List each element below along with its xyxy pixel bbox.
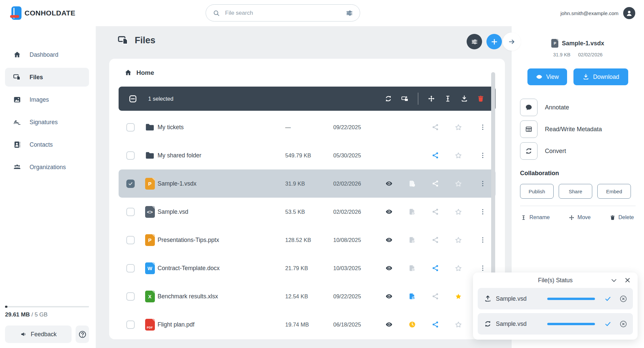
status-panel-header: File(s) Status [473,272,638,288]
share-button[interactable] [424,180,447,187]
toolbar-rename-button[interactable] [442,93,454,105]
file-type-icon: P [145,178,155,190]
toolbar-download-button[interactable] [458,93,470,105]
toolbar-compare-button[interactable] [399,93,411,105]
toolbar-convert-button[interactable] [382,93,394,105]
file-op-label: Move [577,214,591,220]
filter-button[interactable] [467,34,482,49]
details-action-convert[interactable]: Convert [520,142,644,160]
refresh-icon-button[interactable] [520,142,538,160]
sidebar-item-signatures[interactable]: Signatures [5,113,89,132]
doc-status-button[interactable] [400,236,424,244]
eye-icon [385,236,393,244]
view-file-button[interactable] [377,264,400,272]
file-size: 128.52 KB [285,237,333,243]
row-checkbox[interactable] [126,208,135,216]
doc-status-button[interactable] [400,180,424,187]
cancel-task-button[interactable] [619,320,627,328]
embed-button[interactable]: Embed [597,184,631,199]
details-action-read-write-metadata[interactable]: Read/Write Metadata [520,120,644,138]
file-row[interactable]: PDFFlight plan.pdf19.74 MB06/18/2025 [119,310,496,339]
share-button[interactable] [424,236,447,244]
processing-status-button[interactable] [400,321,424,328]
file-name: Flight plan.pdf [158,321,285,328]
sidebar-item-contacts[interactable]: Contacts [5,135,89,154]
brand-logo[interactable]: CONHOLDATE [11,6,76,20]
file-row[interactable]: My shared folder549.79 KB05/30/2025 [119,141,496,169]
sidebar-item-files[interactable]: Files [5,68,89,87]
favorite-button[interactable] [447,321,470,329]
sidebar-item-organizations[interactable]: Organizations [5,158,89,177]
details-file-size: 31.9 KB [553,52,570,57]
view-file-button[interactable] [377,321,400,328]
share-button[interactable] [424,152,447,159]
doc-status-button[interactable] [400,293,424,300]
doc-status-button[interactable] [400,208,424,215]
share-button[interactable] [424,264,447,272]
row-checkbox[interactable] [126,151,135,160]
file-row[interactable]: XBenchmark results.xlsx12.54 KB09/22/202… [119,282,496,310]
share-button[interactable] [424,123,447,131]
file-row[interactable]: <>Sample.vsd53.5 KB02/02/2026 [119,198,496,226]
row-checkbox[interactable] [126,123,135,132]
favorite-button[interactable] [447,123,470,131]
view-file-button[interactable] [377,180,400,187]
publish-button[interactable]: Publish [520,184,554,199]
search-filter-icon[interactable] [346,9,353,17]
eye-icon [385,321,393,328]
favorite-button[interactable] [447,236,470,244]
sidebar-item-dashboard[interactable]: Dashboard [5,45,89,64]
favorite-button[interactable] [447,264,470,272]
favorite-button[interactable] [447,152,470,159]
file-row[interactable]: PPresentations-Tips.pptx128.52 KB10/08/2… [119,226,496,254]
collapse-status-button[interactable] [610,277,617,284]
speech-icon-button[interactable] [520,99,538,116]
share-button[interactable] [424,293,447,300]
toolbar-move-button[interactable] [425,93,437,105]
file-size: 21.79 KB [285,265,333,271]
details-action-annotate[interactable]: Annotate [520,99,644,116]
share-button[interactable] [424,321,447,328]
file-row[interactable]: WContract-Template.docx21.79 KB10/03/202… [119,254,496,282]
row-checkbox[interactable] [126,292,135,301]
file-row[interactable]: My tickets—09/22/2025 [119,113,496,141]
table-icon-button[interactable] [520,120,538,138]
avatar[interactable] [623,7,635,19]
view-file-button[interactable] [377,236,400,244]
add-button[interactable] [486,34,502,49]
sidebar-item-images[interactable]: Images [5,90,89,109]
favorite-button[interactable] [447,180,470,188]
view-file-button[interactable] [377,293,400,300]
close-status-button[interactable] [624,277,631,284]
favorite-button[interactable] [447,293,470,300]
select-all-checkbox[interactable] [129,95,137,103]
row-checkbox[interactable] [126,236,135,244]
share-button[interactable] [424,208,447,215]
help-button[interactable] [76,326,89,343]
toolbar-delete-button[interactable] [475,93,487,105]
favorite-button[interactable] [447,208,470,216]
search-input[interactable] [224,9,341,17]
kebab-icon [479,265,486,271]
download-button[interactable]: Download [573,68,628,85]
feedback-button[interactable]: Feedback [5,326,72,343]
delete-button[interactable]: Delete [610,214,634,220]
doc-status-button[interactable] [400,264,424,272]
eye-icon [385,180,393,187]
row-checkbox[interactable] [126,320,135,329]
rename-button[interactable]: Rename [521,214,550,220]
star-icon [455,208,462,216]
row-checkbox[interactable] [126,264,135,272]
view-file-button[interactable] [377,208,400,215]
view-button[interactable]: View [527,68,567,85]
collapse-panel-button[interactable] [503,33,521,51]
file-row[interactable]: PSample-1.vsdx31.9 KB02/02/2026 [119,169,496,198]
row-checkbox[interactable] [126,180,135,188]
progress-bar [547,298,595,300]
file-size: 12.54 KB [285,293,333,300]
share-button[interactable]: Share [559,184,592,199]
selected-count: 1 selected [148,96,173,102]
move-button[interactable]: Move [569,214,591,220]
breadcrumb[interactable]: Home [124,69,154,77]
cancel-task-button[interactable] [619,295,627,303]
